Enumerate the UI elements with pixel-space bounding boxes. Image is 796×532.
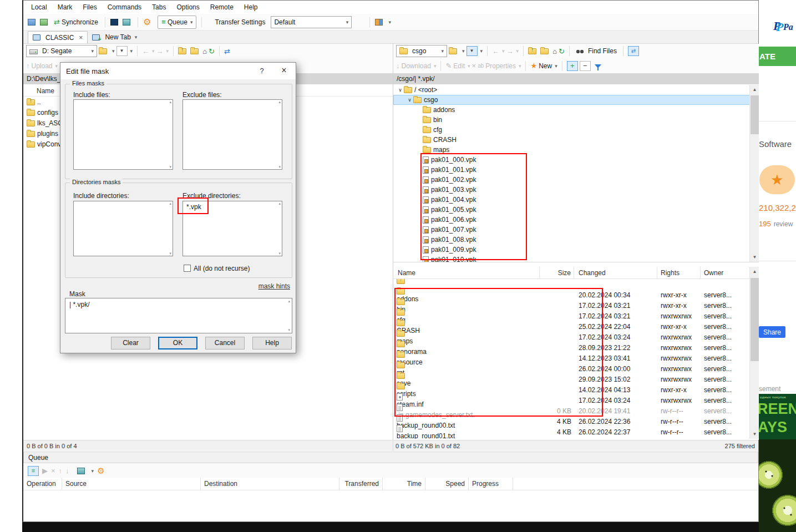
- queue-play-icon[interactable]: ▶: [42, 467, 48, 474]
- local-drive-select[interactable]: D: Segate ▾: [26, 45, 97, 57]
- transfer-settings-select[interactable]: Default ▾: [271, 16, 352, 28]
- chevron-down-icon[interactable]: ▾: [112, 48, 115, 54]
- tree-item[interactable]: ∨ pak01_000.vpk: [393, 155, 759, 165]
- session-color-icon[interactable]: [123, 19, 130, 26]
- dialog-title-bar[interactable]: Edit file mask ? ×: [60, 63, 296, 79]
- menu-item[interactable]: Help: [244, 3, 258, 11]
- open-directory-icon[interactable]: [449, 48, 457, 54]
- scroll-thumb[interactable]: [751, 278, 759, 361]
- home-icon[interactable]: ⌂: [202, 48, 207, 55]
- tree-item[interactable]: ∨ CRASH: [393, 135, 759, 145]
- menu-item[interactable]: Commands: [108, 3, 141, 11]
- tree-item[interactable]: ∨ pak01_009.vpk: [393, 245, 759, 255]
- remote-directory-select[interactable]: csgo ▾: [396, 45, 447, 57]
- open-directory-icon[interactable]: [99, 48, 107, 54]
- queue-column[interactable]: Speed: [425, 478, 469, 490]
- queue-column[interactable]: Transferred: [339, 478, 383, 490]
- queue-show-icon[interactable]: ≡: [28, 466, 39, 476]
- queue-column[interactable]: Source: [62, 478, 201, 490]
- table-row[interactable]: backup_round01.txt 4 KB 26.02.2024 22:37…: [393, 427, 759, 437]
- queue-column[interactable]: Destination: [201, 478, 339, 490]
- dialog-close-icon[interactable]: ×: [279, 65, 289, 75]
- column-name[interactable]: Name: [37, 87, 54, 95]
- menu-item[interactable]: Tabs: [152, 3, 166, 11]
- chevron-down-icon[interactable]: ▾: [135, 34, 138, 40]
- mask-preview[interactable]: | *.vpk/: [65, 298, 292, 333]
- column-header[interactable]: Changed: [574, 267, 657, 278]
- chevron-down-icon[interactable]: ▾: [130, 48, 133, 54]
- tree-item[interactable]: ∨ addons: [393, 105, 759, 115]
- checkbox[interactable]: [184, 265, 191, 272]
- upload-button[interactable]: Upload: [32, 62, 53, 70]
- delete-icon[interactable]: ×: [472, 62, 476, 69]
- find-files-button[interactable]: Find Files: [574, 46, 618, 56]
- scroll-thumb[interactable]: [751, 95, 759, 134]
- scroll-up-icon[interactable]: ▲: [750, 267, 759, 276]
- tree-item[interactable]: ∨ pak01_008.vpk: [393, 235, 759, 245]
- queue-column[interactable]: Time: [383, 478, 425, 490]
- select-remove-icon[interactable]: −: [580, 61, 591, 71]
- include-files-input[interactable]: [73, 99, 173, 170]
- menu-item[interactable]: Files: [83, 3, 97, 11]
- ok-button[interactable]: OK: [158, 337, 197, 349]
- remote-path-bar[interactable]: /csgo/| *.vpk/: [393, 73, 759, 84]
- back-icon[interactable]: ←: [142, 48, 149, 55]
- queue-move-down-icon[interactable]: ↓: [65, 467, 69, 474]
- close-tab-icon[interactable]: ×: [79, 34, 83, 42]
- root-directory-icon[interactable]: [190, 48, 199, 54]
- queue-move-up-icon[interactable]: ↑: [59, 467, 63, 474]
- tree-item[interactable]: ∨ pak01_005.vpk: [393, 205, 759, 215]
- queue-delete-icon[interactable]: ×: [51, 467, 55, 474]
- preferences-gear-icon[interactable]: ⚙: [143, 18, 151, 27]
- new-tab-button[interactable]: New Tab ▾: [88, 31, 141, 43]
- column-header[interactable]: Rights: [657, 267, 701, 278]
- tree-item[interactable]: ∨ pak01_001.vpk: [393, 165, 759, 175]
- tree-item[interactable]: ∨ cfg: [393, 125, 759, 135]
- exclude-directories-input[interactable]: *.vpk: [182, 201, 282, 256]
- chevron-down-icon[interactable]: ▾: [92, 468, 94, 474]
- home-icon[interactable]: ⌂: [552, 48, 557, 55]
- tree-expander-icon[interactable]: ∨: [397, 87, 404, 93]
- refresh-icon[interactable]: ↻: [209, 48, 215, 55]
- refresh-icon[interactable]: ↻: [559, 48, 565, 55]
- queue-toggle-button[interactable]: ≡ Queue ▾: [158, 16, 196, 29]
- edit-button[interactable]: Edit: [453, 62, 465, 70]
- rename-icon[interactable]: ab: [478, 63, 484, 69]
- select-add-icon[interactable]: +: [567, 61, 578, 71]
- sync-browsing-icon[interactable]: ⇄: [224, 48, 230, 55]
- tab-classic[interactable]: CLASSIC ×: [28, 31, 88, 43]
- queue-column[interactable]: Operation: [23, 478, 62, 490]
- queue-column[interactable]: Progress: [469, 478, 513, 490]
- queue-report-icon[interactable]: [77, 468, 85, 474]
- tree-item[interactable]: ∨ pak01_006.vpk: [393, 215, 759, 225]
- chevron-down-icon[interactable]: ▾: [462, 48, 465, 54]
- back-icon[interactable]: ←: [492, 48, 499, 55]
- root-directory-icon[interactable]: [540, 48, 549, 54]
- forward-icon[interactable]: →: [506, 48, 514, 55]
- list-scrollbar[interactable]: ▲ ▼: [749, 267, 759, 439]
- tree-item[interactable]: ∨ pak01_002.vpk: [393, 175, 759, 185]
- cancel-button[interactable]: Cancel: [205, 337, 245, 349]
- scroll-down-icon[interactable]: ▼: [750, 252, 759, 262]
- clear-button[interactable]: Clear: [111, 337, 150, 349]
- tree-item[interactable]: ∨ pak01_003.vpk: [393, 185, 759, 195]
- properties-button[interactable]: Properties: [485, 62, 516, 70]
- menu-item[interactable]: Options: [176, 3, 199, 11]
- filter-icon-active[interactable]: ▼: [467, 46, 478, 56]
- scroll-up-icon[interactable]: ▲: [750, 85, 759, 94]
- help-button[interactable]: Help: [252, 337, 292, 349]
- filter-icon[interactable]: ▼: [116, 46, 128, 56]
- menu-item[interactable]: Local: [31, 3, 47, 11]
- queue-settings-gear-icon[interactable]: ⚙: [97, 467, 104, 475]
- tree-item[interactable]: ∨ / <root>: [393, 85, 759, 95]
- tree-expander-icon[interactable]: ∨: [406, 97, 413, 103]
- tree-item[interactable]: ∨ pak01_010.vpk: [393, 255, 759, 262]
- share-button[interactable]: Share: [759, 326, 785, 338]
- exclude-files-input[interactable]: [182, 99, 282, 170]
- menu-item[interactable]: Mark: [58, 3, 73, 11]
- console-icon[interactable]: [110, 19, 118, 26]
- forward-icon[interactable]: →: [156, 48, 164, 55]
- scroll-down-icon[interactable]: ▼: [750, 429, 759, 439]
- tree-item[interactable]: ∨ bin: [393, 115, 759, 125]
- tree-item[interactable]: ∨ pak01_004.vpk: [393, 195, 759, 205]
